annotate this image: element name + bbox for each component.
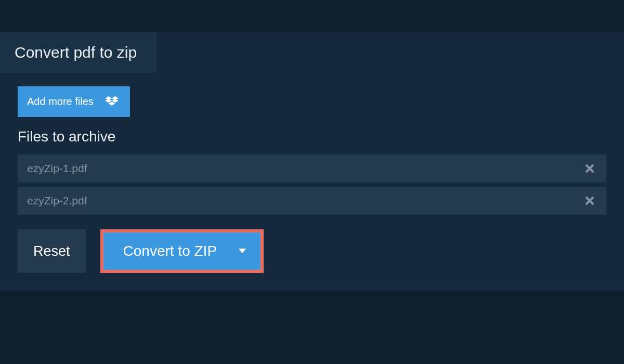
remove-file-icon[interactable] (584, 196, 595, 206)
remove-file-icon[interactable] (584, 163, 595, 174)
top-bar (0, 0, 624, 32)
file-name: ezyZip-1.pdf (27, 162, 87, 175)
convert-to-zip-button[interactable]: Convert to ZIP (103, 232, 261, 270)
action-row: Reset Convert to ZIP (18, 229, 606, 273)
convert-highlight-frame: Convert to ZIP (100, 229, 264, 273)
tab-title: Convert pdf to zip (0, 32, 157, 73)
files-to-archive-heading: Files to archive (18, 128, 606, 145)
convert-label: Convert to ZIP (123, 243, 217, 259)
add-more-files-button[interactable]: Add more files (18, 86, 130, 117)
file-row: ezyZip-2.pdf (18, 187, 606, 215)
caret-down-icon[interactable] (239, 249, 246, 254)
content-area: Add more files Files to archive ezyZip-1… (0, 73, 624, 291)
dropbox-icon (105, 96, 119, 108)
add-more-files-label: Add more files (27, 96, 94, 108)
file-row: ezyZip-1.pdf (18, 154, 606, 183)
main-panel: Convert pdf to zip Add more files Files … (0, 32, 624, 291)
file-name: ezyZip-2.pdf (27, 194, 87, 207)
file-list: ezyZip-1.pdf ezyZip-2.pdf (18, 154, 606, 215)
bottom-bar (0, 354, 624, 364)
reset-button[interactable]: Reset (18, 229, 86, 273)
